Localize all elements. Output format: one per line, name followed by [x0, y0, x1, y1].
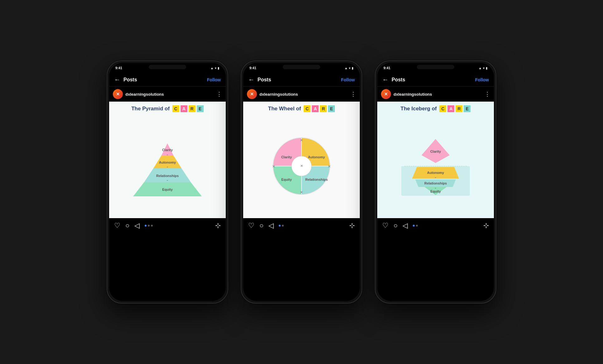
ig-header: ← Posts Follow — [109, 73, 226, 87]
more-button[interactable]: ⋮ — [216, 91, 222, 98]
bookmark-icon[interactable]: ⊹ — [215, 222, 221, 230]
dots-indicator-2 — [279, 225, 284, 227]
more-button-3[interactable]: ⋮ — [485, 91, 490, 98]
svg-text:Autonomy: Autonomy — [308, 155, 325, 159]
svg-text:⌄: ⌄ — [166, 178, 169, 181]
phone-wheel: 9:41 ▲ ▾ ▮ ← Posts Follow ✕ dxlearningso… — [241, 60, 362, 304]
svg-text:⌄: ⌄ — [434, 186, 437, 189]
phone-iceberg: 9:41 ▲ ▾ ▮ ← Posts Follow ✕ dxlearningso… — [375, 60, 496, 304]
pyramid-graphic: The Pyramid of C A R E — [109, 102, 226, 218]
username: dxlearningsolutions — [125, 92, 216, 97]
post-header-2: ✕ dxlearningsolutions ⋮ — [243, 87, 360, 102]
svg-text:✕: ✕ — [300, 190, 303, 194]
svg-text:✕: ✕ — [300, 164, 303, 168]
action-icons-left: ♡ ○ ◁ — [114, 222, 215, 230]
share-icon[interactable]: ◁ — [134, 222, 140, 230]
signal-icon-3: ▲ — [479, 66, 482, 70]
more-button-2[interactable]: ⋮ — [350, 91, 356, 98]
back-button-2[interactable]: ← — [248, 76, 254, 83]
pyramid-svg-container: Clarity ⌄ Autonomy ⌄ Relationships ⌄ Equ… — [114, 116, 221, 214]
iceberg-graphic: The Iceberg of C A R E — [377, 102, 494, 218]
username-3: dxlearningsolutions — [393, 92, 485, 97]
wheel-svg: Clarity Autonomy Equity Relationships ✕ … — [264, 130, 339, 199]
dot3-1 — [413, 225, 415, 227]
page-title-3: Posts — [392, 77, 475, 83]
care-a: A — [181, 105, 187, 112]
dots-indicator-3 — [413, 225, 418, 227]
back-button-3[interactable]: ← — [382, 76, 388, 83]
comment-icon[interactable]: ○ — [125, 222, 129, 230]
pyramid-title-text: The Pyramid of — [131, 106, 171, 112]
care-c: C — [172, 105, 179, 112]
iceberg-svg-container: Clarity Autonomy ⌄ Relationships ⌄ Equit… — [382, 115, 489, 214]
iceberg-care-c: C — [439, 105, 446, 112]
like-icon-2[interactable]: ♡ — [248, 222, 254, 230]
signal-icon: ▲ — [210, 66, 214, 70]
ig-header-2: ← Posts Follow — [243, 73, 360, 87]
dot-3 — [151, 225, 153, 227]
dot-1 — [145, 225, 147, 227]
wheel-care-c: C — [304, 105, 311, 112]
page-title: Posts — [123, 77, 207, 83]
avatar-logo-3: ✕ — [384, 92, 388, 97]
avatar: ✕ — [113, 89, 123, 99]
ig-header-3: ← Posts Follow — [377, 73, 494, 87]
bookmark-icon-2[interactable]: ⊹ — [349, 222, 355, 230]
svg-text:Clarity: Clarity — [162, 148, 173, 152]
like-icon[interactable]: ♡ — [114, 222, 120, 230]
status-bar-2: 9:41 ▲ ▾ ▮ — [243, 63, 360, 73]
username-2: dxlearningsolutions — [259, 92, 350, 97]
svg-text:Relationships: Relationships — [424, 181, 447, 185]
svg-text:Autonomy: Autonomy — [427, 171, 444, 175]
wifi-icon-3: ▾ — [483, 66, 485, 70]
follow-button-3[interactable]: Follow — [475, 77, 489, 82]
svg-text:✕: ✕ — [272, 164, 275, 169]
svg-text:✕: ✕ — [300, 138, 303, 142]
phone-pyramid: 9:41 ▲ ▾ ▮ ← Posts Follow ✕ dxlearningso… — [107, 60, 228, 304]
wheel-title: The Wheel of C A R E — [268, 105, 335, 112]
follow-button-2[interactable]: Follow — [341, 77, 355, 82]
care-r: R — [189, 105, 195, 112]
iceberg-svg: Clarity Autonomy ⌄ Relationships ⌄ Equit… — [401, 133, 470, 196]
battery-icon-3: ▮ — [486, 66, 488, 70]
comment-icon-3[interactable]: ○ — [393, 222, 398, 230]
page-title-2: Posts — [258, 77, 341, 83]
svg-text:Clarity: Clarity — [430, 150, 441, 153]
post-image-pyramid: The Pyramid of C A R E — [109, 102, 226, 218]
action-icons-left-3: ♡ ○ ◁ — [382, 222, 483, 230]
iceberg-care-r: R — [456, 105, 462, 112]
avatar-2: ✕ — [247, 89, 257, 99]
wifi-icon: ▾ — [215, 66, 216, 70]
back-button[interactable]: ← — [114, 76, 120, 83]
dot3-2 — [416, 225, 418, 227]
wheel-care-a: A — [312, 105, 319, 112]
svg-text:Equity: Equity — [430, 189, 441, 193]
dots-indicator — [145, 225, 153, 227]
dot2-2 — [282, 225, 284, 227]
iceberg-care-a: A — [447, 105, 454, 112]
phone-screen-iceberg: 9:41 ▲ ▾ ▮ ← Posts Follow ✕ dxlearningso… — [377, 63, 494, 301]
phone-screen-wheel: 9:41 ▲ ▾ ▮ ← Posts Follow ✕ dxlearningso… — [243, 63, 360, 301]
status-icons-3: ▲ ▾ ▮ — [479, 66, 488, 70]
status-bar-3: 9:41 ▲ ▾ ▮ — [377, 63, 494, 73]
like-icon-3[interactable]: ♡ — [382, 222, 388, 230]
follow-button[interactable]: Follow — [207, 77, 221, 82]
svg-text:⌄: ⌄ — [166, 165, 169, 168]
comment-icon-2[interactable]: ○ — [259, 222, 263, 230]
post-actions-3: ♡ ○ ◁ ⊹ — [377, 218, 494, 233]
status-icons-2: ▲ ▾ ▮ — [345, 66, 354, 70]
pyramid-title: The Pyramid of C A R E — [131, 105, 204, 112]
svg-text:⌄: ⌄ — [434, 175, 437, 179]
iceberg-title: The Iceberg of C A R E — [401, 105, 471, 112]
share-icon-2[interactable]: ◁ — [268, 222, 274, 230]
wheel-care-r: R — [320, 105, 327, 112]
avatar-logo-2: ✕ — [250, 92, 254, 97]
wifi-icon-2: ▾ — [349, 66, 350, 70]
post-image-iceberg: The Iceberg of C A R E — [377, 102, 494, 218]
post-actions-2: ♡ ○ ◁ ⊹ — [243, 218, 360, 233]
bookmark-icon-3[interactable]: ⊹ — [483, 222, 489, 230]
avatar-3: ✕ — [381, 89, 391, 99]
share-icon-3[interactable]: ◁ — [403, 222, 408, 230]
care-e: E — [197, 105, 204, 112]
post-header-3: ✕ dxlearningsolutions ⋮ — [377, 87, 494, 102]
